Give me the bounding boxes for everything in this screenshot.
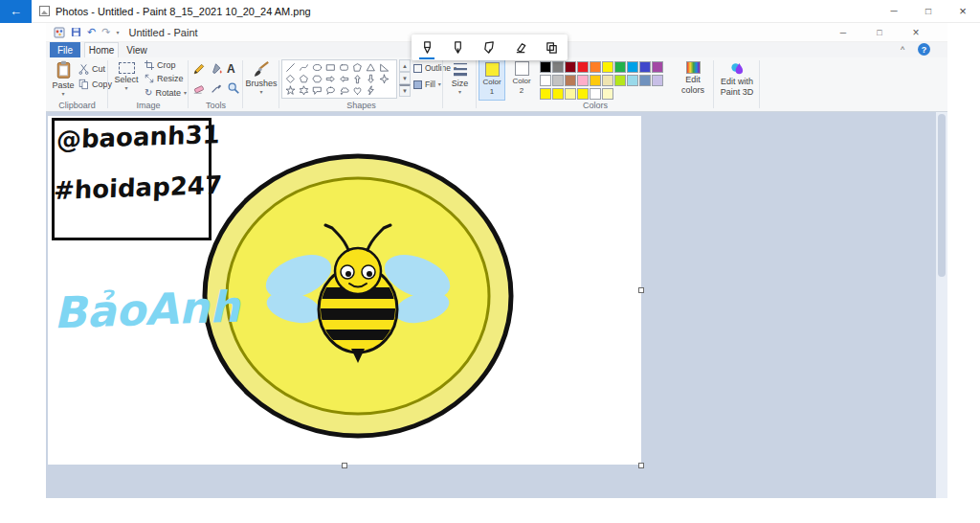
pencil-icon[interactable] [448,37,469,58]
ballpoint-pen-icon[interactable] [416,37,437,58]
palette-swatch[interactable] [614,61,626,73]
tab-file[interactable]: File [50,42,80,57]
magnifier-icon [227,81,240,95]
shape-arrow-down[interactable] [364,73,377,84]
color2-button[interactable]: Color 2 [508,59,535,101]
shape-arrow-right[interactable] [323,73,337,84]
palette-swatch[interactable] [602,61,613,73]
edit-with-paint3d-button[interactable]: Edit with Paint 3D [716,61,758,97]
scrollbar-thumb[interactable] [938,114,946,277]
color-picker-tool[interactable] [210,81,223,95]
save-button[interactable] [71,27,81,37]
redo-button[interactable]: ↷ [101,27,110,37]
shape-fill-button[interactable]: Fill ▾ [413,80,441,89]
palette-swatch[interactable] [627,61,638,73]
eraser-tool[interactable] [192,81,206,95]
photos-minimize-button[interactable]: ─ [877,0,911,23]
palette-swatch[interactable] [627,75,638,86]
paint-close-button[interactable]: × [898,23,934,42]
shape-right-triangle[interactable] [377,61,390,73]
pencil-tool[interactable] [192,62,206,76]
paint-minimize-button[interactable]: ─ [825,23,861,42]
shape-pentagon[interactable] [297,73,310,84]
shape-callout-oval[interactable] [323,84,337,96]
palette-swatch[interactable] [577,75,589,86]
edit-colors-button[interactable]: Edit colors [676,61,710,95]
magnifier-tool[interactable] [227,81,240,95]
paste-button[interactable]: Paste ▾ [50,60,77,97]
palette-swatch[interactable] [639,61,651,73]
shape-callout-rectangle[interactable] [310,84,323,96]
text-tool[interactable]: A [227,62,235,76]
canvas-resize-handle-corner[interactable] [638,463,644,468]
palette-swatch[interactable] [540,88,551,100]
shape-curve[interactable] [297,61,310,73]
paint-maximize-button[interactable]: □ [861,23,898,42]
back-button[interactable]: ← [0,0,32,23]
cut-button[interactable]: Cut [78,63,105,75]
palette-swatch[interactable] [639,75,651,86]
shape-rectangle[interactable] [323,61,337,73]
palette-swatch[interactable] [602,75,613,86]
tab-view[interactable]: View [121,42,153,57]
palette-swatch[interactable] [602,88,613,100]
canvas-resize-handle-right[interactable] [638,287,644,293]
palette-swatch[interactable] [552,75,564,86]
palette-swatch[interactable] [614,75,626,86]
shape-arrow-up[interactable] [350,73,364,84]
palette-swatch[interactable] [577,61,589,73]
eraser-icon[interactable] [510,37,531,58]
rotate-button[interactable]: ↻ Rotate ▾ [145,87,187,98]
shape-oval[interactable] [310,61,323,73]
palette-swatch[interactable] [590,75,601,86]
shapes-scroll-down[interactable]: ▼ [399,72,411,84]
photos-maximize-button[interactable]: □ [911,0,946,23]
palette-swatch[interactable] [540,75,551,86]
shape-diamond[interactable] [283,73,297,84]
undo-button[interactable]: ↶ [87,27,96,37]
select-button[interactable]: Select ▾ [112,60,141,91]
paint-canvas[interactable]: @baoanh31 #hoidap247 BảoAnh [48,116,641,465]
resize-button[interactable]: Resize [145,74,184,83]
canvas-resize-handle-bottom[interactable] [342,463,347,468]
palette-swatch[interactable] [652,61,663,73]
photos-close-button[interactable]: × [946,0,980,23]
shape-arrow-left[interactable] [337,73,350,84]
shape-rounded-rectangle[interactable] [337,61,350,73]
collapse-ribbon-icon[interactable]: ^ [896,44,909,56]
shape-hexagon[interactable] [310,73,323,84]
palette-swatch[interactable] [590,61,601,73]
shape-star-4[interactable] [377,73,390,84]
shape-line[interactable] [283,61,297,73]
palette-swatch[interactable] [590,88,601,100]
vertical-scrollbar[interactable] [936,112,947,498]
palette-swatch[interactable] [540,61,551,73]
palette-swatch[interactable] [577,88,589,100]
tab-home[interactable]: Home [84,42,119,57]
fill-bucket-tool[interactable] [210,62,223,76]
shape-triangle[interactable] [364,61,377,73]
crop-button[interactable]: Crop [145,60,176,70]
calligraphy-pen-icon[interactable] [479,37,500,58]
palette-swatch[interactable] [552,61,564,73]
help-icon[interactable]: ? [918,43,930,56]
shape-star-5[interactable] [283,84,297,96]
back-arrow-icon: ← [10,4,22,18]
size-button[interactable]: Size ▾ [446,61,474,95]
shapes-gallery-expand[interactable]: ▼ [399,84,411,97]
shapes-scroll-up[interactable]: ▲ [399,59,411,72]
palette-swatch[interactable] [565,75,576,86]
palette-swatch[interactable] [652,75,663,86]
brushes-button[interactable]: Brushes ▾ [245,60,278,95]
copy-icon[interactable] [542,37,563,58]
shape-heart[interactable] [350,84,364,96]
palette-swatch[interactable] [565,61,576,73]
shape-polygon[interactable] [350,61,364,73]
shape-star-6[interactable] [297,84,310,96]
shape-callout-cloud[interactable] [337,84,350,96]
palette-swatch[interactable] [552,88,564,100]
shape-lightning[interactable] [364,84,377,96]
color1-button[interactable]: Color 1 [479,59,505,101]
qat-dropdown-icon[interactable]: ▾ [116,30,119,35]
palette-swatch[interactable] [565,88,576,100]
